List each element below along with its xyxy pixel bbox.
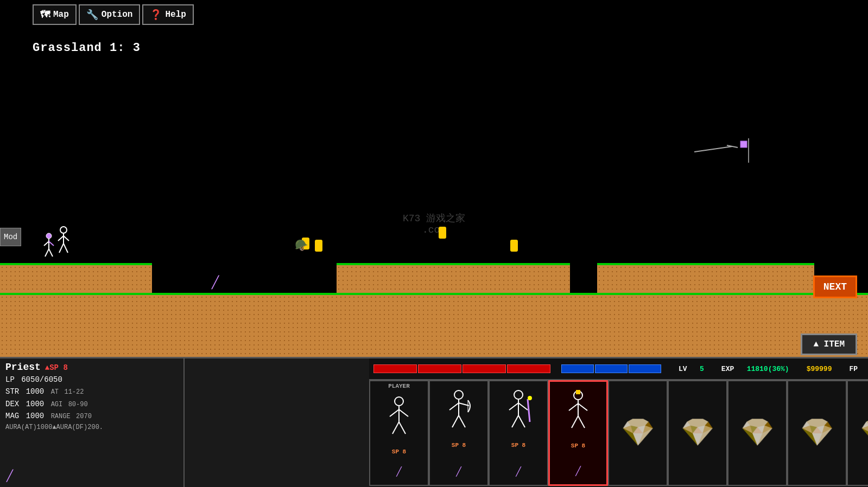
- svg-line-15: [59, 244, 64, 253]
- hp-bar-2: [418, 364, 461, 373]
- map-button[interactable]: 🗺 Map: [33, 4, 77, 25]
- char-sprite-4: [562, 387, 594, 441]
- svg-line-26: [459, 403, 469, 406]
- svg-line-41: [578, 403, 587, 411]
- exp-display: EXP 11810(36%): [721, 365, 789, 373]
- player-label: PLAYER: [388, 381, 410, 391]
- svg-point-37: [528, 396, 532, 400]
- mod-button[interactable]: Mod: [0, 228, 21, 246]
- coin: [510, 240, 518, 252]
- map-icon: 🗺: [40, 9, 50, 21]
- svg-point-4: [46, 233, 52, 239]
- hp-bar-1: [373, 364, 417, 373]
- location-text: Grassland 1: 3: [33, 41, 141, 55]
- svg-line-40: [569, 403, 578, 411]
- svg-line-36: [528, 399, 530, 422]
- exp-value: 11810(36%): [747, 365, 789, 373]
- char-sp-4: SP 8: [571, 443, 585, 449]
- char-slot-3[interactable]: SP 8 ╱: [489, 380, 548, 486]
- help-label: Help: [165, 10, 186, 20]
- svg-rect-44: [576, 390, 580, 394]
- mp-bar-2: [595, 364, 628, 373]
- inv-slot-5[interactable]: 💎: [847, 380, 868, 486]
- svg-line-22: [399, 422, 406, 434]
- agi-value: 80-90: [68, 401, 88, 408]
- item-drop: 🪖: [295, 239, 308, 252]
- hp-bar-container: [373, 364, 550, 373]
- svg-line-0: [694, 146, 732, 152]
- svg-line-14: [64, 236, 69, 241]
- svg-line-32: [509, 403, 518, 410]
- svg-line-21: [392, 422, 399, 434]
- mp-bar-3: [629, 364, 661, 373]
- item-button[interactable]: ▲ ITEM: [801, 334, 857, 355]
- svg-line-7: [49, 241, 54, 246]
- svg-line-19: [390, 409, 399, 416]
- hp-bar-4: [507, 364, 550, 373]
- svg-line-43: [578, 416, 585, 428]
- inv-slot-4[interactable]: 💎: [787, 380, 847, 486]
- svg-rect-2: [740, 141, 747, 148]
- svg-point-17: [395, 397, 403, 406]
- lp-line: LP 6050/6050: [5, 374, 178, 386]
- dex-line: DEX 1000 AGI 80-90: [5, 398, 178, 410]
- inv-slot-1[interactable]: 💎: [608, 380, 668, 486]
- lp-value: 6050/6050: [21, 375, 62, 384]
- aura-line: AURA(AT)1000▲AURA(DF)200.: [5, 422, 178, 433]
- char-sprite-2: [442, 387, 475, 441]
- help-icon: ❓: [150, 9, 162, 21]
- char-weapon-1: ╱: [396, 466, 402, 477]
- option-button[interactable]: 🔧 Option: [79, 4, 141, 25]
- svg-line-6: [44, 241, 49, 246]
- svg-line-8: [45, 249, 49, 257]
- coin: [439, 227, 446, 239]
- range-value: 2070: [76, 413, 92, 420]
- char-slot-4[interactable]: SP 8 ╱: [548, 380, 608, 486]
- svg-line-34: [512, 415, 518, 427]
- mag-line: MAG 1000 RANGE 2070: [5, 410, 178, 422]
- svg-line-9: [49, 249, 53, 257]
- hud-right: LV 5 EXP 11810(36%) $99999 FP 5 PLAYER: [185, 358, 868, 487]
- top-menu: 🗺 Map 🔧 Option ❓ Help: [33, 4, 194, 25]
- option-label: Option: [102, 10, 133, 20]
- mp-bar-container: [561, 364, 661, 373]
- stats-panel: Priest ▲SP 8 LP 6050/6050 STR 1000 AT 11…: [0, 358, 185, 487]
- str-line: STR 1000 AT 11-22: [5, 386, 178, 398]
- svg-line-42: [572, 416, 578, 428]
- platform-left: [0, 263, 152, 293]
- help-button[interactable]: ❓ Help: [142, 4, 193, 25]
- projectile-area: [694, 136, 759, 171]
- svg-line-33: [518, 403, 528, 410]
- sp-badge: ▲SP 8: [45, 363, 68, 372]
- svg-line-20: [399, 409, 408, 416]
- svg-point-23: [454, 390, 463, 399]
- inv-slot-3[interactable]: 💎: [727, 380, 787, 486]
- next-sign-button[interactable]: NEXT: [813, 275, 857, 298]
- gold-display: $99999: [807, 365, 832, 373]
- hud-topbar: LV 5 EXP 11810(36%) $99999 FP 5: [369, 358, 868, 380]
- lv-value: 5: [700, 365, 704, 373]
- inv-slot-2[interactable]: 💎: [668, 380, 727, 486]
- map-label: Map: [53, 10, 69, 20]
- char-slot-1[interactable]: PLAYER SP 8 ╱: [369, 380, 429, 486]
- inv-item-3: 💎: [740, 416, 774, 450]
- mp-bar-1: [561, 364, 594, 373]
- terrain: [0, 260, 868, 358]
- svg-point-11: [60, 227, 67, 233]
- char-sp-3: SP 8: [511, 442, 525, 448]
- char-sprite-1: [383, 393, 415, 447]
- char-weapon-2: ╱: [456, 466, 461, 477]
- lv-label: LV 5: [679, 365, 704, 373]
- fp-display: FP 5: [849, 365, 868, 373]
- dex-value: 1000: [26, 400, 45, 408]
- ground-main: [0, 293, 868, 358]
- platform-right: [597, 263, 814, 293]
- mag-value: 1000: [26, 412, 45, 420]
- ground-weapon: ╱: [212, 275, 219, 290]
- char-name: Priest: [5, 362, 41, 373]
- svg-line-35: [518, 415, 525, 427]
- char-slot-2[interactable]: SP 8 ╱: [429, 380, 489, 486]
- watermark: K73 游戏之家 .com: [403, 212, 465, 235]
- inv-item-1: 💎: [621, 416, 655, 450]
- coin: [315, 240, 322, 252]
